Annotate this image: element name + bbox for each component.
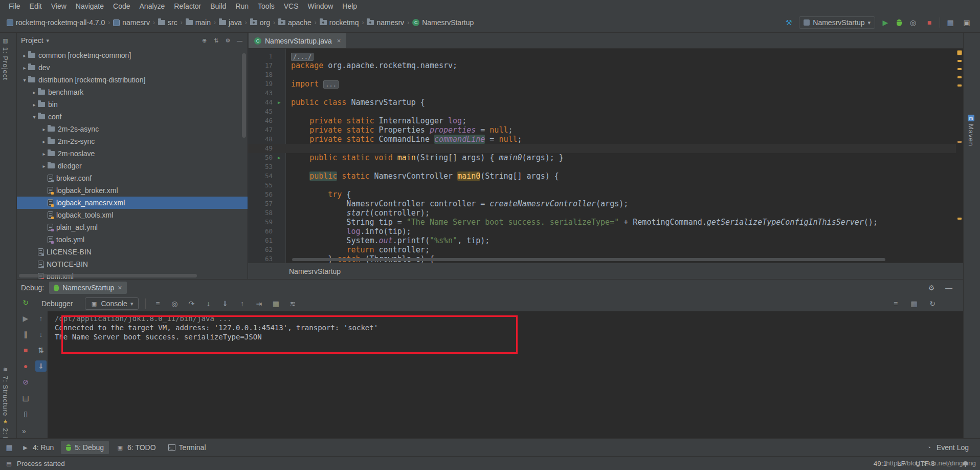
line-number[interactable]: 54 [248, 172, 273, 181]
crumb-org[interactable]: org [249, 17, 272, 28]
line-number[interactable]: 19 [248, 79, 273, 89]
settings-menu-icon[interactable]: ≡ [152, 298, 163, 309]
chevron-closed-icon[interactable]: ▸ [40, 151, 48, 157]
tree-item-2m-2s-sync[interactable]: ▸2m-2s-sync [17, 135, 248, 147]
tree-item-broker-conf[interactable]: broker.conf [17, 172, 248, 184]
stop-icon[interactable]: ■ [20, 345, 31, 356]
menu-tools[interactable]: Tools [253, 0, 279, 13]
build-hammer-icon[interactable]: ⚒ [784, 17, 794, 28]
run-to-cursor-icon[interactable]: ⇥ [254, 298, 264, 309]
line-number[interactable]: 55 [248, 181, 273, 190]
resume-icon[interactable]: ▶ [20, 313, 31, 324]
crumb-java[interactable]: java [217, 17, 243, 28]
inspection-indicator-icon[interactable] [957, 50, 962, 55]
tree-item-plain-acl-yml[interactable]: plain_acl.yml [17, 221, 248, 233]
tree-item-license-bin[interactable]: LICENSE-BIN [17, 246, 248, 258]
stripe-mark-icon[interactable] [957, 141, 962, 143]
line-number[interactable]: 62 [248, 245, 273, 254]
crumb-namesrv[interactable]: namesrv [112, 17, 151, 28]
tree-item-tools-yml[interactable]: tools.yml [17, 233, 248, 246]
crumb-rocketmq-rocketmq-all-4-7-0[interactable]: rocketmq-rocketmq-all-4.7.0 [5, 17, 106, 28]
line-number[interactable]: 45 [248, 107, 273, 116]
menu-code[interactable]: Code [108, 0, 135, 13]
line-number[interactable]: 46 [248, 116, 273, 125]
stripe-mark-icon[interactable] [957, 68, 962, 70]
tool-window-button-5-debug[interactable]: 5: Debug [61, 441, 109, 454]
tree-item-2m-2s-async[interactable]: ▸2m-2s-async [17, 123, 248, 135]
line-number[interactable]: 53 [248, 162, 273, 172]
menu-edit[interactable]: Edit [25, 0, 47, 13]
soft-wrap-icon[interactable]: ≡ [890, 298, 901, 309]
stop-button[interactable]: ■ [924, 17, 934, 28]
tree-item-logback-broker-xml[interactable]: logback_broker.xml [17, 184, 248, 197]
editor-breadcrumb[interactable]: NamesrvStartup [289, 267, 341, 275]
crumb-namesrv[interactable]: namesrv [365, 17, 406, 28]
line-number[interactable]: 18 [248, 70, 273, 79]
error-stripe[interactable] [956, 49, 963, 263]
code-editor[interactable]: 1/.../17package org.apache.rocketmq.name… [248, 49, 963, 263]
line-number[interactable]: 63 [248, 254, 273, 263]
chevron-closed-icon[interactable]: ▸ [31, 90, 38, 95]
menu-refactor[interactable]: Refactor [169, 0, 206, 13]
tool-button-maven[interactable]: m Maven [967, 115, 975, 146]
trace-icon[interactable]: ≋ [287, 298, 298, 309]
line-number[interactable]: 57 [248, 199, 273, 208]
chevron-open-icon[interactable]: ▾ [31, 114, 38, 120]
windows-icon[interactable]: ▣ [962, 17, 972, 28]
line-number[interactable]: 47 [248, 125, 273, 135]
caret-position[interactable]: 49:1 [874, 460, 887, 467]
tree-item-dledger[interactable]: ▸dledger [17, 160, 248, 172]
hide-icon[interactable]: — [944, 283, 954, 293]
menu-vcs[interactable]: VCS [279, 0, 303, 13]
tool-window-button-6-todo[interactable]: ▣6: TODO [111, 441, 161, 454]
tree-item-bin[interactable]: ▸bin [17, 98, 248, 111]
menu-navigate[interactable]: Navigate [71, 0, 108, 13]
crumb-src[interactable]: src [157, 17, 179, 28]
settings-icon[interactable]: ⚙ [224, 37, 232, 45]
event-log-button[interactable]: ◔Event Log [925, 443, 976, 452]
step-out-icon[interactable]: ↑ [237, 298, 247, 309]
evaluate-expression-icon[interactable]: ▦ [271, 298, 281, 309]
editor-horizontal-scrollbar[interactable] [292, 258, 885, 261]
menu-window[interactable]: Window [303, 0, 338, 13]
tool-button-project[interactable]: ▥ 1: Project [2, 37, 9, 80]
line-number[interactable]: 49 [248, 144, 273, 153]
menu-build[interactable]: Build [206, 0, 231, 13]
tree-item-notice-bin[interactable]: NOTICE-BIN [17, 258, 248, 270]
tool-button-structure[interactable]: ≋ 7: Structure [2, 366, 9, 416]
tree-item-benchmark[interactable]: ▸benchmark [17, 86, 248, 98]
project-horizontal-scrollbar[interactable] [19, 274, 197, 277]
run-config-selector[interactable]: NamesrvStartup ▾ [799, 16, 875, 29]
chevron-closed-icon[interactable]: ▸ [21, 53, 28, 58]
crumb-apache[interactable]: apache [277, 17, 313, 28]
mute-breakpoints-icon[interactable]: ⊘ [20, 376, 31, 388]
run-gutter-icon[interactable]: ▶ [278, 153, 280, 162]
close-icon[interactable]: × [337, 37, 341, 45]
scroll-from-source-icon[interactable]: ⇅ [212, 37, 220, 45]
crumb-namesrvstartup[interactable]: CNamesrvStartup [411, 17, 475, 28]
tree-item-distribution-rocketmq-distribution[interactable]: ▾distribution [rocketmq-distribution] [17, 74, 248, 86]
editor-tab[interactable]: C NamesrvStartup.java × [249, 33, 346, 48]
line-number[interactable]: 56 [248, 190, 273, 199]
rerun-icon[interactable]: ↻ [20, 297, 31, 308]
step-into-icon[interactable]: ↓ [203, 298, 213, 309]
frame-up-icon[interactable]: ↑ [35, 313, 47, 324]
frame-down-icon[interactable]: ↓ [35, 329, 47, 340]
scroll-to-end-icon[interactable]: ⇓ [35, 360, 47, 372]
tree-item-logback-namesrv-xml[interactable]: logback_namesrv.xml [17, 197, 248, 209]
line-number[interactable]: 48 [248, 135, 273, 144]
overflow-icon[interactable]: » [22, 427, 26, 435]
menu-help[interactable]: Help [338, 0, 362, 13]
run-gutter-icon[interactable]: ▶ [278, 98, 280, 107]
line-number[interactable]: 1 [248, 52, 273, 61]
tree-item-common-rocketmq-common[interactable]: ▸common [rocketmq-common] [17, 49, 248, 61]
hide-icon[interactable]: — [236, 37, 243, 45]
print-icon[interactable]: ▤ [20, 392, 31, 403]
line-number[interactable]: 61 [248, 236, 273, 245]
line-number[interactable]: 58 [248, 208, 273, 218]
show-execution-point-icon[interactable]: ◎ [169, 298, 180, 309]
menu-analyze[interactable]: Analyze [135, 0, 170, 13]
force-step-into-icon[interactable]: ⇓ [220, 298, 230, 309]
debug-console[interactable]: /opt/application/jdk1.8.0_11/bin/java ..… [48, 311, 963, 438]
line-number[interactable]: 17 [248, 61, 273, 70]
